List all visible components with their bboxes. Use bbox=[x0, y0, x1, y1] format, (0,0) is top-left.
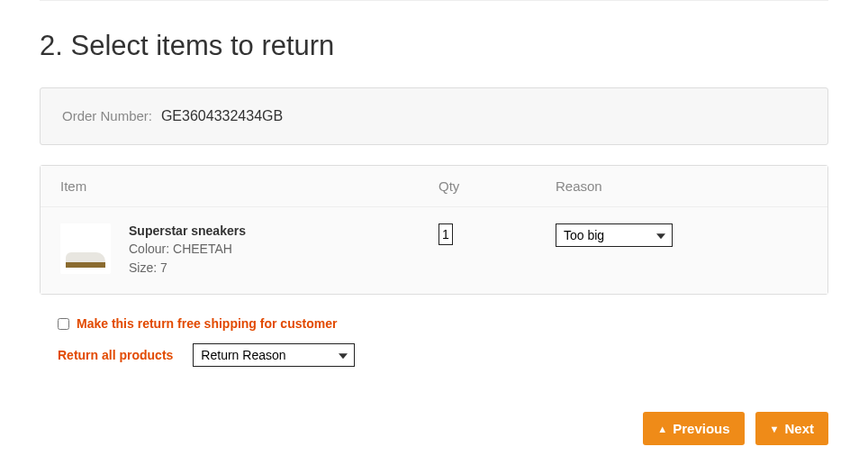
qty-input[interactable] bbox=[439, 223, 453, 245]
order-panel: Order Number: GE3604332434GB bbox=[40, 87, 828, 145]
product-thumbnail bbox=[60, 223, 111, 274]
size-value: 7 bbox=[160, 260, 167, 275]
nav-buttons: ▲ Previous ▼ Next bbox=[643, 412, 828, 445]
next-label: Next bbox=[784, 421, 814, 436]
controls-section: Make this return free shipping for custo… bbox=[40, 311, 828, 385]
col-header-reason: Reason bbox=[556, 178, 808, 194]
table-header: Item Qty Reason bbox=[41, 166, 827, 207]
previous-button[interactable]: ▲ Previous bbox=[643, 412, 744, 445]
sneaker-icon bbox=[66, 252, 105, 270]
next-button[interactable]: ▼ Next bbox=[755, 412, 828, 445]
return-all-select[interactable]: Return Reason bbox=[193, 343, 355, 367]
order-number-label: Order Number: bbox=[62, 108, 152, 123]
return-all-label: Return all products bbox=[58, 348, 173, 362]
free-shipping-label: Make this return free shipping for custo… bbox=[77, 316, 337, 331]
items-table: Item Qty Reason Superstar sneakers Colou… bbox=[40, 165, 828, 295]
colour-label: Colour: bbox=[129, 242, 169, 256]
size-label: Size: bbox=[129, 260, 157, 275]
col-header-item: Item bbox=[60, 178, 439, 194]
colour-value: CHEETAH bbox=[173, 242, 232, 256]
order-number-value: GE3604332434GB bbox=[161, 108, 283, 123]
product-name: Superstar sneakers bbox=[129, 223, 439, 238]
step-title: 2. Select items to return bbox=[40, 30, 828, 62]
free-shipping-checkbox[interactable] bbox=[58, 318, 69, 330]
triangle-up-icon: ▲ bbox=[657, 424, 667, 434]
previous-label: Previous bbox=[673, 421, 729, 436]
triangle-down-icon: ▼ bbox=[770, 424, 780, 434]
table-row: Superstar sneakers Colour: CHEETAH Size:… bbox=[41, 207, 827, 294]
product-info: Superstar sneakers Colour: CHEETAH Size:… bbox=[129, 223, 439, 278]
col-header-qty: Qty bbox=[439, 178, 556, 194]
reason-select[interactable]: Too big bbox=[556, 223, 673, 247]
